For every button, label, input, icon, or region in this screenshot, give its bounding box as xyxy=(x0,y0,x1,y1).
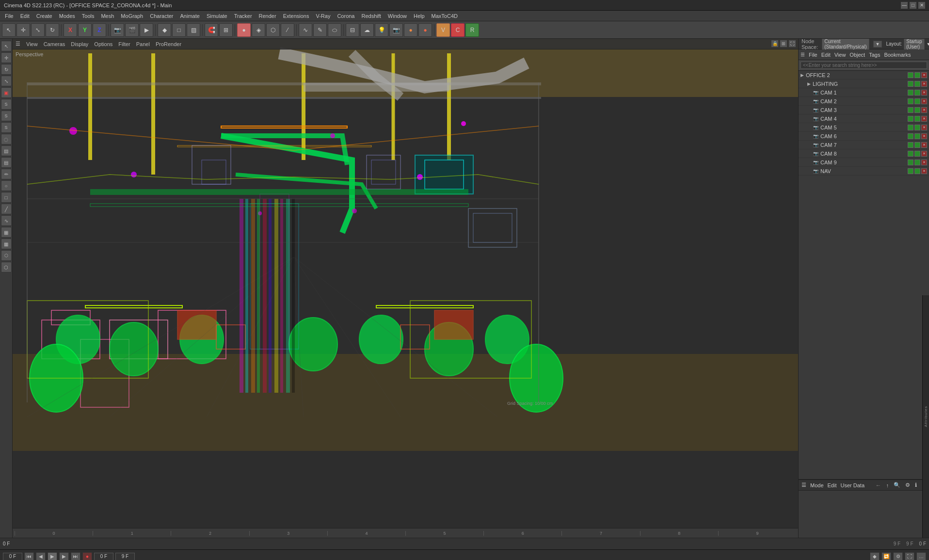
obj-ctrl-vis-c2[interactable] xyxy=(908,98,913,104)
tool-corona-light[interactable]: ● xyxy=(418,23,432,37)
vp-tab-prorender[interactable]: ProRender xyxy=(156,41,181,47)
menu-render[interactable]: Render xyxy=(256,12,279,20)
left-tool-pen[interactable]: ✏ xyxy=(1,169,12,179)
obj-ctrl-vis-c9[interactable] xyxy=(908,160,913,165)
obj-ctrl-render-c6[interactable] xyxy=(914,133,920,139)
menu-redshift[interactable]: Redshift xyxy=(358,12,384,20)
node-space-value[interactable]: Current (Standard/Physical) xyxy=(822,39,869,50)
tl-goto-end[interactable]: ⏭ xyxy=(71,552,80,560)
tl-loop[interactable]: 🔁 xyxy=(881,552,891,560)
obj-tab-file[interactable]: File xyxy=(809,52,817,58)
obj-office2[interactable]: ▶ OFFICE 2 ✕ xyxy=(799,71,929,80)
vp-tab-cameras[interactable]: Cameras xyxy=(44,41,65,47)
menu-simulate[interactable]: Simulate xyxy=(204,12,230,20)
tool-redshift-light[interactable]: ● xyxy=(404,23,417,37)
obj-ctrl-render-c1[interactable] xyxy=(914,90,920,96)
attr-tab-mode[interactable]: Mode xyxy=(810,482,824,488)
attr-search-btn[interactable]: 🔍 xyxy=(894,482,900,488)
tool-uv[interactable]: ▨ xyxy=(187,23,200,37)
obj-ctrl-lock-l[interactable]: ✕ xyxy=(921,81,927,87)
tool-sculpt[interactable]: ⬭ xyxy=(328,23,341,37)
obj-tab-bookmarks[interactable]: Bookmarks xyxy=(884,52,911,58)
window-controls[interactable]: — □ ✕ xyxy=(901,2,925,9)
tool-z-axis[interactable]: Z xyxy=(93,23,106,37)
obj-cam5[interactable]: 📷 CAM 5 ✕ xyxy=(799,123,929,132)
left-tool-s3[interactable]: S xyxy=(1,122,12,133)
obj-cam2[interactable]: 📷 CAM 2 ✕ xyxy=(799,97,929,106)
obj-ctrl-render-l[interactable] xyxy=(914,81,920,87)
tool-caps[interactable]: ⬡ xyxy=(266,23,280,37)
tool-scale[interactable]: ⤡ xyxy=(31,23,45,37)
obj-cam7[interactable]: 📷 CAM 7 ✕ xyxy=(799,141,929,149)
obj-ctrl-vis-c5[interactable] xyxy=(908,125,913,130)
obj-cam9[interactable]: 📷 CAM 9 ✕ xyxy=(799,158,929,167)
tool-brush[interactable]: ✎ xyxy=(313,23,327,37)
tool-sky[interactable]: ☁ xyxy=(360,23,374,37)
tool-floor[interactable]: ⊟ xyxy=(346,23,359,37)
tool-knife[interactable]: ∕ xyxy=(281,23,294,37)
obj-tab-object[interactable]: Object xyxy=(849,52,865,58)
left-tool-layers3[interactable]: ▦ xyxy=(1,227,12,238)
obj-ctrl-vis-c4[interactable] xyxy=(908,116,913,122)
left-tool-layers2[interactable]: ▤ xyxy=(1,157,12,168)
obj-ctrl-vis-c6[interactable] xyxy=(908,133,913,139)
attr-tab-userdata[interactable]: User Data xyxy=(841,482,865,488)
menu-tracker[interactable]: Tracker xyxy=(231,12,255,20)
obj-ctrl-render-c9[interactable] xyxy=(914,160,920,165)
obj-ctrl-lock-c8[interactable]: ✕ xyxy=(921,151,927,157)
attr-tab-edit[interactable]: Edit xyxy=(828,482,837,488)
menu-edit[interactable]: Edit xyxy=(17,12,32,20)
obj-ctrl-lock-c9[interactable]: ✕ xyxy=(921,160,927,165)
left-tool-s1[interactable]: S xyxy=(1,99,12,110)
menu-tools[interactable]: Tools xyxy=(79,12,97,20)
obj-ctrl-render-c4[interactable] xyxy=(914,116,920,122)
tool-scene-nodes[interactable]: ◈ xyxy=(252,23,265,37)
current-frame-field[interactable] xyxy=(94,553,113,560)
tool-camera2[interactable]: 📷 xyxy=(389,23,403,37)
left-tool-poly[interactable]: ▣ xyxy=(1,87,12,98)
layout-value[interactable]: Startup (User) xyxy=(904,39,924,50)
vp-tab-display[interactable]: Display xyxy=(71,41,88,47)
obj-ctrl-vis[interactable] xyxy=(908,72,913,78)
maximize-button[interactable]: □ xyxy=(910,2,916,9)
obj-ctrl-lock-nav[interactable]: ✕ xyxy=(921,168,927,174)
tool-corona2[interactable]: C xyxy=(451,23,464,37)
tl-next-frame[interactable]: ▶ xyxy=(59,552,69,560)
attr-info-btn[interactable]: ℹ xyxy=(915,482,917,488)
obj-lighting[interactable]: ▶ LIGHTING ✕ xyxy=(799,80,929,88)
obj-ctrl-lock[interactable]: ✕ xyxy=(921,72,927,78)
close-button[interactable]: ✕ xyxy=(918,2,925,9)
node-space-dropdown[interactable]: ▼ xyxy=(873,41,882,48)
tool-material[interactable]: ● xyxy=(237,23,251,37)
left-tool-layers6[interactable]: ⬡ xyxy=(1,262,12,272)
attr-settings-btn[interactable]: ⚙ xyxy=(905,482,910,488)
obj-cam1[interactable]: 📷 CAM 1 ✕ xyxy=(799,88,929,97)
obj-ctrl-vis-c1[interactable] xyxy=(908,90,913,96)
tl-play[interactable]: ▶ xyxy=(48,552,57,560)
tool-render[interactable]: 🎬 xyxy=(125,23,139,37)
search-input[interactable] xyxy=(801,62,927,69)
left-tool-move[interactable]: ✛ xyxy=(1,52,12,63)
menu-extensions[interactable]: Extensions xyxy=(280,12,312,20)
obj-ctrl-render-c8[interactable] xyxy=(914,151,920,157)
tool-spline[interactable]: ∿ xyxy=(299,23,312,37)
obj-ctrl-vis-c7[interactable] xyxy=(908,142,913,148)
vp-lock-btn[interactable]: 🔒 xyxy=(771,40,779,48)
obj-cam4[interactable]: 📷 CAM 4 ✕ xyxy=(799,114,929,123)
left-tool-rect[interactable]: □ xyxy=(1,192,12,203)
obj-ctrl-render-c3[interactable] xyxy=(914,107,920,113)
obj-tab-tags[interactable]: Tags xyxy=(869,52,880,58)
obj-ctrl-lock-c4[interactable]: ✕ xyxy=(921,116,927,122)
vp-tab-filter[interactable]: Filter xyxy=(118,41,130,47)
end-frame-field[interactable] xyxy=(115,553,135,560)
vp-tab-options[interactable]: Options xyxy=(94,41,112,47)
obj-nav[interactable]: 📷 NAV ✕ xyxy=(799,167,929,176)
tool-cursor[interactable]: ↖ xyxy=(2,23,16,37)
left-tool-layers1[interactable]: ▤ xyxy=(1,145,12,156)
minimize-button[interactable]: — xyxy=(901,2,908,9)
tl-goto-start[interactable]: ⏮ xyxy=(24,552,34,560)
tl-prev-frame[interactable]: ◀ xyxy=(36,552,46,560)
attr-back-btn[interactable]: ← xyxy=(876,482,881,489)
obj-cam6[interactable]: 📷 CAM 6 ✕ xyxy=(799,132,929,141)
left-tool-select[interactable]: ↖ xyxy=(1,41,12,51)
